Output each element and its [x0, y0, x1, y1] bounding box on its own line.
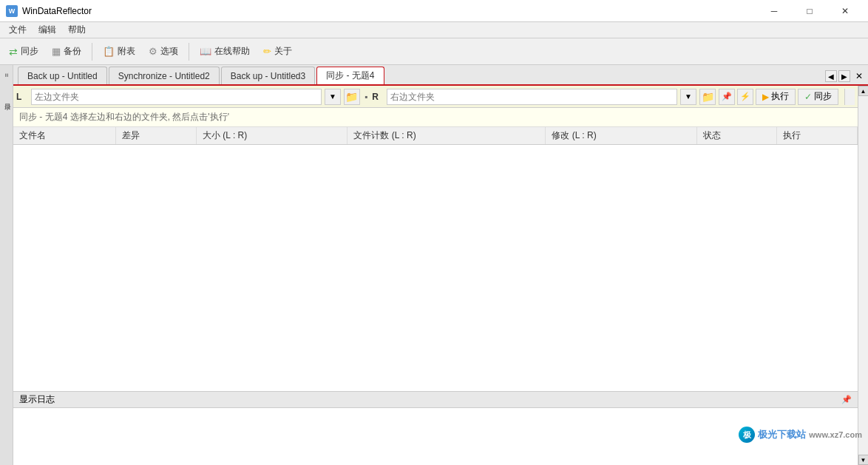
log-pin-icon: 📌: [841, 395, 852, 404]
sync-check-button[interactable]: ✓ 同步: [798, 89, 838, 105]
execute-button[interactable]: ▶ 执行: [756, 89, 796, 105]
tab-sidebar-label: ≡: [3, 73, 10, 77]
path-action-buttons: 📌 ⚡ ▶ 执行 ✓ 同步: [719, 89, 838, 105]
sidebar-expand-button[interactable]: 目录: [1, 87, 13, 109]
book-icon: 📖: [200, 46, 211, 57]
minimize-button[interactable]: ─: [757, 0, 791, 22]
attach-toolbar-button[interactable]: 📋 附表: [97, 41, 141, 63]
options-toolbar-button[interactable]: ⚙ 选项: [143, 41, 184, 63]
tab-backup-untitled3[interactable]: Back up - Untitled3: [221, 67, 315, 84]
menu-bar: 文件 编辑 帮助: [0, 22, 868, 38]
col-size: 大小 (L : R): [197, 127, 347, 145]
log-title: 显示日志: [19, 393, 55, 406]
right-folder-button[interactable]: 📁: [699, 89, 716, 105]
watermark: 极 极光下载站 www.xz7.com: [739, 427, 862, 443]
toolbar-separator-2: [189, 43, 189, 61]
backup-toolbar-button[interactable]: ▦ 备份: [46, 41, 87, 63]
app-icon: W: [6, 5, 18, 17]
online-help-toolbar-button[interactable]: 📖 在线帮助: [194, 41, 256, 63]
file-table[interactable]: 文件名 差异 大小 (L : R) 文件计数 (L : R) 修改 (L : R…: [13, 127, 858, 391]
col-diff: 差异: [116, 127, 197, 145]
tab-sync-untitled4[interactable]: 同步 - 无题4: [316, 67, 384, 84]
toolbar-separator-1: [92, 43, 92, 61]
about-toolbar-button[interactable]: ✏ 关于: [257, 41, 298, 63]
col-filename: 文件名: [13, 127, 116, 145]
path-bar-right-edge: [844, 89, 855, 105]
left-path-dropdown-button[interactable]: ▼: [325, 89, 341, 105]
menu-edit[interactable]: 编辑: [33, 22, 62, 38]
watermark-text: 极光下载站: [758, 428, 806, 441]
col-execute: 执行: [777, 127, 858, 145]
right-path-input[interactable]: [387, 89, 677, 105]
tab-close-button[interactable]: ✕: [853, 70, 865, 82]
app-title: WinDataReflector: [22, 6, 92, 16]
sync-toolbar-button[interactable]: ⇄ 同步: [3, 41, 44, 63]
exec-icon: ▶: [762, 92, 769, 102]
info-bar: 同步 - 无题4 选择左边和右边的文件夹, 然后点击'执行': [13, 108, 858, 127]
attach-icon: 📋: [103, 46, 115, 57]
scroll-up-button[interactable]: ▲: [858, 86, 869, 96]
sync-arrows-icon: ⇄: [9, 46, 18, 58]
left-folder-button[interactable]: 📁: [344, 89, 360, 105]
check-icon: ✓: [804, 92, 812, 102]
watermark-icon: 极: [739, 427, 755, 443]
left-folder-icon: 📁: [345, 91, 358, 103]
lightning-button[interactable]: ⚡: [737, 89, 753, 105]
toolbar: ⇄ 同步 ▦ 备份 📋 附表 ⚙ 选项 📖 在线帮助 ✏ 关于: [0, 38, 868, 65]
log-area: 显示日志 📌: [13, 391, 858, 465]
right-path-dropdown-button[interactable]: ▼: [680, 89, 696, 105]
watermark-url: www.xz7.com: [809, 430, 862, 439]
col-modified: 修改 (L : R): [546, 127, 696, 145]
pin-button[interactable]: 📌: [719, 89, 735, 105]
col-filecount: 文件计数 (L : R): [347, 127, 546, 145]
tab-sidebar: ≡: [0, 65, 13, 86]
path-divider: ▪: [365, 92, 367, 102]
gear-icon: ⚙: [149, 46, 157, 57]
col-status: 状态: [696, 127, 777, 145]
tab-prev-button[interactable]: ◀: [825, 70, 837, 82]
left-path-label: L: [16, 92, 28, 102]
log-header: 显示日志 📌: [13, 392, 858, 408]
close-button[interactable]: ✕: [828, 0, 862, 22]
main-sidebar: 目录: [0, 86, 13, 465]
right-path-label: R: [372, 92, 384, 102]
scroll-down-button[interactable]: ▼: [858, 455, 869, 465]
menu-help[interactable]: 帮助: [62, 22, 92, 38]
maximize-button[interactable]: □: [793, 0, 827, 22]
backup-icon: ▦: [52, 46, 61, 57]
tab-next-button[interactable]: ▶: [838, 70, 850, 82]
menu-file[interactable]: 文件: [3, 22, 33, 38]
path-bar: L ▼ 📁 ▪ R ▼ 📁 📌 ⚡: [13, 86, 858, 108]
left-path-input[interactable]: [31, 89, 322, 105]
right-folder-icon: 📁: [702, 91, 714, 103]
title-bar: W WinDataReflector ─ □ ✕: [0, 0, 868, 22]
window-controls: ─ □ ✕: [757, 0, 862, 22]
tab-backup-untitled[interactable]: Back up - Untitled: [18, 67, 107, 84]
tab-synchronize-untitled2[interactable]: Synchronize - Untitled2: [109, 67, 220, 84]
tab-bar: ≡ Back up - Untitled Synchronize - Untit…: [0, 65, 868, 86]
log-content: [13, 408, 858, 465]
right-scrollbar: ▲ ▼: [858, 86, 868, 465]
tab-nav-buttons: ◀ ▶: [825, 70, 850, 82]
pencil-icon: ✏: [263, 46, 271, 57]
